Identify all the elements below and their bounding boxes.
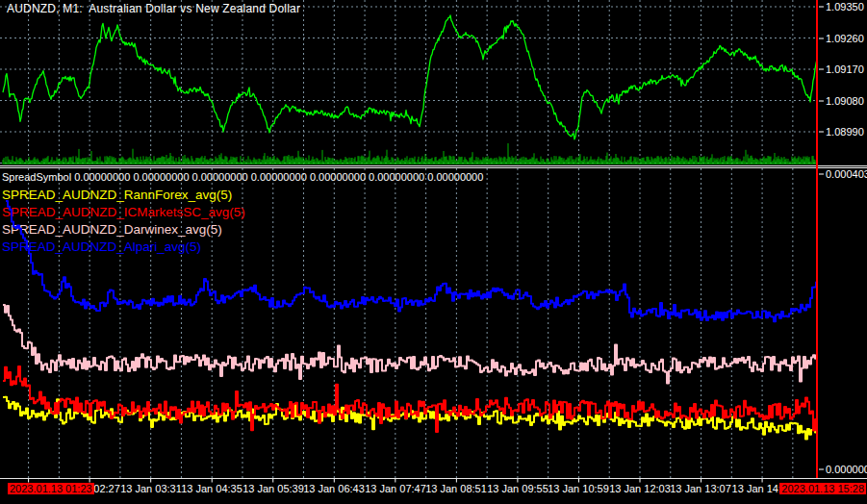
chart-right-edge-line xyxy=(816,0,818,478)
spread-legend-rannforex[interactable]: SPREAD_AUDNZD_RannForex_avg(5) xyxy=(2,188,232,202)
scale-label: 1.09170 xyxy=(826,63,864,75)
price-scale[interactable]: 1.093501.092601.091701.090801.089900.000… xyxy=(819,0,867,478)
mt5-chart-window: AUDNZD, M1: Australian Dollar vs New Zea… xyxy=(0,0,867,504)
chart-title: AUDNZD, M1: Australian Dollar vs New Zea… xyxy=(7,2,300,15)
time-label: 13 Jan 04:35 xyxy=(181,483,242,494)
scale-label: 0.00000000 xyxy=(826,464,867,475)
indicator-header: SpreadSymbol 0.00000000 0.00000000 0.000… xyxy=(2,171,483,183)
scale-label: 1.09080 xyxy=(826,95,864,107)
time-label: 13 Jan 03:31 xyxy=(120,483,182,494)
time-label: 13 Jan 06:43 xyxy=(303,483,365,494)
time-scale[interactable]: 13 Jan 02:2713 Jan 03:3113 Jan 04:3513 J… xyxy=(0,478,867,504)
time-label: 13 Jan 12:03 xyxy=(609,483,671,494)
time-label: 13 Jan 09:55 xyxy=(487,483,548,494)
bid-line-series xyxy=(3,15,817,139)
spread-legend-darwinex[interactable]: SPREAD_AUDNZD_Darwinex_avg(5) xyxy=(2,222,222,237)
spread-legend-alpari[interactable]: SPREAD_AUDNZD_Alpari_avg(5) xyxy=(2,239,201,254)
spread-series-group xyxy=(3,201,817,439)
scale-label: 1.09260 xyxy=(826,33,864,44)
time-label: 13 Jan 07:47 xyxy=(365,483,426,494)
scale-label: 0.00040300 xyxy=(826,168,867,180)
spread-legend-icmarkets[interactable]: SPREAD_AUDNZD_ICMarketsSC_avg(5) xyxy=(2,205,245,219)
scale-label: 1.09350 xyxy=(826,1,864,13)
time-label: 13 Jan 05:39 xyxy=(242,483,304,494)
volume-series xyxy=(3,143,816,164)
scale-label: 1.08990 xyxy=(826,126,864,138)
time-label: 13 Jan 08:51 xyxy=(425,483,487,494)
window-separator[interactable] xyxy=(0,165,867,168)
time-label: 13 Jan 13:07 xyxy=(670,483,731,494)
time-label: 13 Jan 10:59 xyxy=(548,483,609,494)
time-label-highlight-start: 2023.01.13 01:23 xyxy=(8,483,94,494)
time-label-highlight-end: 2023.01.13 15:28 xyxy=(779,483,866,494)
